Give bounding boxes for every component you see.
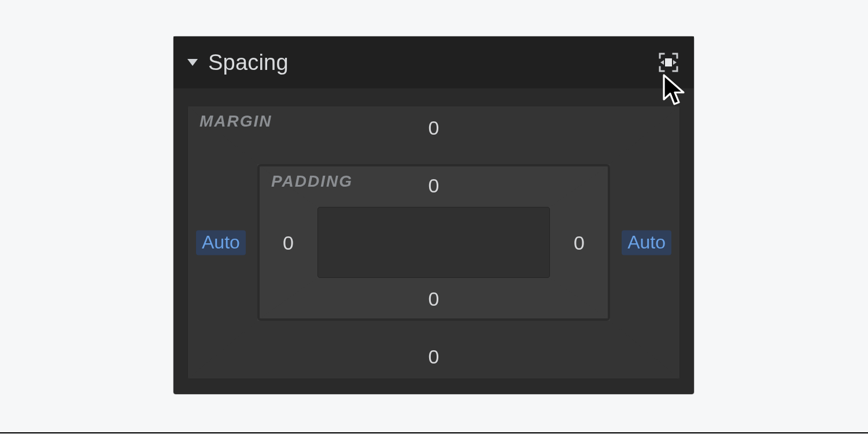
padding-box: PADDING 0 0 0 0	[257, 164, 610, 321]
svg-rect-1	[665, 58, 672, 66]
svg-marker-2	[660, 60, 664, 65]
stage-divider	[0, 432, 868, 433]
padding-left-value[interactable]: 0	[283, 231, 294, 254]
padding-label: PADDING	[271, 172, 353, 191]
margin-top-value[interactable]: 0	[429, 117, 439, 139]
svg-marker-3	[673, 60, 677, 65]
padding-bottom-value[interactable]: 0	[429, 288, 439, 310]
spacing-body: MARGIN 0 0 Auto Auto PADDING 0 0 0 0	[173, 88, 694, 394]
spacing-panel: Spacing MARG	[173, 36, 694, 394]
margin-box: MARGIN 0 0 Auto Auto PADDING 0 0 0 0	[187, 106, 680, 379]
auto-center-button[interactable]	[657, 51, 680, 74]
margin-label: MARGIN	[200, 112, 272, 131]
panel-title: Spacing	[208, 50, 289, 75]
content-box	[317, 207, 550, 278]
padding-right-value[interactable]: 0	[574, 231, 585, 254]
margin-right-value[interactable]: Auto	[622, 230, 671, 255]
collapse-icon[interactable]	[187, 59, 198, 66]
margin-left-value[interactable]: Auto	[196, 230, 246, 255]
panel-header: Spacing	[173, 36, 694, 88]
margin-bottom-value[interactable]: 0	[429, 346, 439, 368]
padding-top-value[interactable]: 0	[429, 175, 439, 197]
svg-marker-0	[187, 59, 198, 66]
